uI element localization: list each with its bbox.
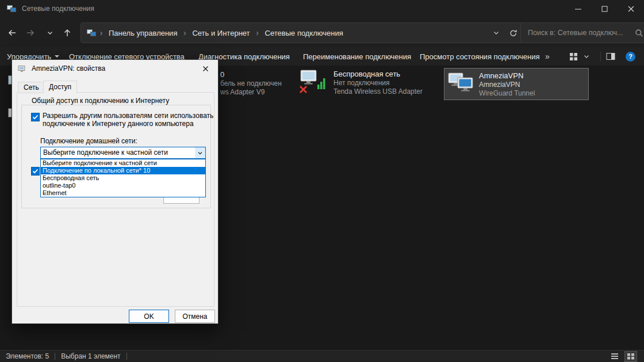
statusbar-divider	[55, 353, 55, 360]
details-view-icon[interactable]	[608, 351, 621, 362]
allow-sharing-label[interactable]: Разрешить другим пользователям сети испо…	[43, 112, 214, 128]
combobox-chevron-icon[interactable]	[195, 147, 205, 158]
connection-status: Нет подключения	[334, 79, 423, 87]
toolbar-divider	[600, 52, 601, 61]
dialog-icon	[18, 64, 27, 73]
breadcrumb-network-connections[interactable]: Сетевые подключения	[263, 29, 346, 37]
window-controls	[565, 0, 644, 17]
address-bar[interactable]: Панель управления Сеть и Интернет Сетевы…	[80, 22, 526, 43]
app-icon	[7, 4, 16, 13]
connection-item-wireless[interactable]: Беспроводная сеть Нет подключения Tenda …	[300, 69, 423, 96]
dialog-titlebar: AmneziaVPN: свойства	[12, 60, 218, 77]
window-title: Сетевые подключения	[22, 5, 94, 13]
selection-count: Выбран 1 элемент	[61, 352, 120, 360]
dropdown-option[interactable]: outline-tap0	[41, 182, 205, 189]
disconnected-x-icon	[299, 85, 308, 96]
breadcrumb-network-internet[interactable]: Сеть и Интернет	[190, 29, 252, 37]
help-icon[interactable]	[626, 47, 635, 66]
connection-status-fragment: бель не подключен	[220, 79, 282, 88]
allow-sharing-checkbox[interactable]	[31, 113, 40, 121]
tab-access[interactable]: Доступ	[43, 81, 77, 93]
wireless-adapter-icon	[300, 69, 329, 96]
status-bar: Элементов: 5 Выбран 1 элемент	[0, 350, 644, 362]
breadcrumb-control-panel[interactable]: Панель управления	[106, 29, 179, 37]
close-button[interactable]	[618, 0, 644, 17]
ok-button[interactable]: OK	[129, 310, 169, 323]
rename-label: Переименование подключения	[303, 52, 411, 61]
connection-name: AmneziaVPN	[479, 71, 535, 81]
vpn-adapter-icon	[448, 71, 474, 97]
large-icons-view-icon[interactable]	[624, 351, 637, 362]
view-mode-chevron-icon[interactable]	[583, 47, 590, 66]
navigation-bar: Панель управления Сеть и Интернет Сетевы…	[0, 17, 644, 48]
breadcrumb-chevron-icon	[98, 28, 104, 37]
preview-pane-icon[interactable]	[606, 47, 615, 66]
search-icon[interactable]	[635, 29, 643, 37]
home-network-combobox[interactable]: Выберите подключение к частной сети	[40, 147, 206, 159]
home-network-label: Подключение домашней сети:	[40, 137, 137, 145]
dropdown-option-selected[interactable]: Подключение по локальной сети* 10	[41, 167, 205, 174]
connection-name: Беспроводная сеть	[334, 69, 423, 79]
location-icon	[87, 28, 96, 37]
connection-item-vpn-selected[interactable]: AmneziaVPN AmneziaVPN WireGuard Tunnel	[444, 68, 589, 100]
caret-down-icon	[55, 55, 59, 58]
home-network-dropdown: Выберите подключение к частной сети Подк…	[40, 159, 206, 197]
minimize-button[interactable]	[565, 0, 591, 17]
combobox-value: Выберите подключение к частной сети	[43, 147, 168, 158]
maximize-button[interactable]	[591, 0, 618, 17]
window-titlebar: Сетевые подключения	[0, 0, 644, 17]
connection-device: WireGuard Tunnel	[479, 89, 535, 98]
allow-control-checkbox[interactable]	[31, 167, 40, 176]
connection-device: Tenda Wireless USB Adapter	[334, 87, 423, 96]
view-mode-icon[interactable]	[569, 47, 578, 66]
network-connections-window: Сетевые подключения Панель управления	[0, 0, 644, 362]
items-count: Элементов: 5	[6, 352, 49, 360]
breadcrumb-chevron-icon	[255, 28, 260, 37]
dialog-title: AmneziaVPN: свойства	[32, 64, 105, 73]
search-box[interactable]	[520, 22, 644, 43]
dropdown-option[interactable]: Выберите подключение к частной сети	[41, 159, 205, 167]
question-circle-icon	[626, 52, 635, 62]
back-button[interactable]	[5, 25, 20, 40]
breadcrumb-chevron-icon	[182, 28, 187, 37]
connection-device-fragment: ws Adapter V9	[220, 88, 282, 97]
ics-group-label: Общий доступ к подключению к Интернету	[29, 97, 171, 105]
dropdown-option[interactable]: Беспроводная сеть	[41, 174, 205, 182]
view-status-button[interactable]: Просмотр состояния подключения	[420, 47, 539, 66]
up-button[interactable]	[60, 25, 75, 40]
connection-name-fragment: 0	[220, 70, 282, 79]
rename-connection-button[interactable]: Переименование подключения	[303, 47, 411, 66]
dropdown-option[interactable]: Ethernet	[41, 189, 205, 197]
tab-network[interactable]: Сеть	[18, 82, 45, 93]
cancel-button[interactable]: Отмена	[175, 310, 215, 323]
connection-item-partial[interactable]: 0 бель не подключен ws Adapter V9	[220, 70, 282, 97]
refresh-icon[interactable]	[509, 29, 518, 37]
toolbar-overflow-icon[interactable]	[545, 47, 550, 66]
recent-locations-chevron-icon[interactable]	[43, 25, 57, 40]
dialog-close-icon[interactable]	[193, 60, 218, 77]
properties-dialog: AmneziaVPN: свойства Сеть Доступ Общий д…	[12, 59, 218, 324]
search-input[interactable]	[527, 28, 635, 37]
statusbar-divider	[126, 353, 127, 360]
address-dropdown-icon[interactable]	[493, 29, 500, 36]
view-status-label: Просмотр состояния подключения	[420, 52, 539, 61]
connection-status: AmneziaVPN	[479, 81, 535, 89]
forward-button[interactable]	[23, 25, 38, 40]
